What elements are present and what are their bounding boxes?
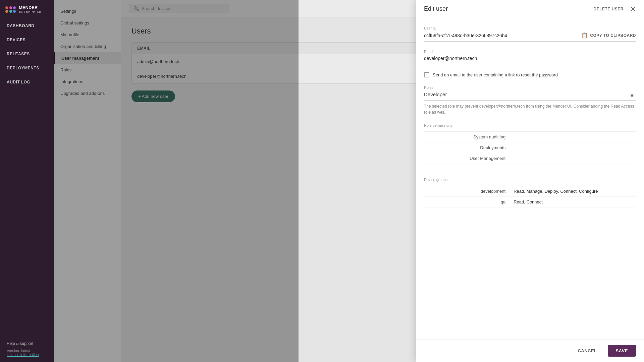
logo-area: MENDER ENTERPRISE	[0, 0, 54, 19]
nav-devices[interactable]: DEVICES	[0, 33, 54, 47]
role-permissions-group: Role permissions System audit log Deploy…	[424, 123, 636, 164]
user-id-label: User ID	[424, 26, 636, 30]
user-id-value-row: ccff59fa-cfc1-498d-b30e-3266897c26b4 📋 C…	[424, 32, 636, 42]
email-display: developer@northern.tech	[424, 56, 477, 61]
logo-title: MENDER	[19, 5, 42, 10]
divider	[424, 172, 636, 172]
device-group-development: development Read, Manage, Deploy, Connec…	[424, 186, 636, 197]
cancel-button[interactable]: CANCEL	[572, 345, 602, 357]
device-group-qa: qa Read, Connect	[424, 197, 636, 207]
edit-user-modal: Edit user DELETE USER ✕ User ID ccff59fa…	[416, 0, 644, 362]
save-button[interactable]: SAVE	[608, 345, 636, 357]
copy-icon: 📋	[581, 32, 588, 39]
modal-header-actions: DELETE USER ✕	[593, 6, 636, 12]
device-group-development-name: development	[424, 189, 514, 194]
logo-icon	[5, 6, 16, 13]
modal-header: Edit user DELETE USER ✕	[416, 0, 644, 18]
email-value: developer@northern.tech	[424, 56, 636, 64]
perm-value-system-audit	[514, 134, 636, 139]
perm-row-user-mgmt: User Management	[424, 153, 636, 164]
perm-name-system-audit: System audit log	[424, 134, 514, 139]
logo-subtitle: ENTERPRISE	[19, 10, 42, 13]
role-permissions-label: Role permissions	[424, 123, 636, 127]
user-id-value: ccff59fa-cfc1-498d-b30e-3266897c26b4	[424, 33, 507, 38]
roles-select-wrapper: Developer Admin Read Only ▼	[424, 92, 636, 101]
send-email-label: Send an email to the user containing a l…	[433, 72, 558, 77]
nav-audit-log[interactable]: AUDIT LOG	[0, 75, 54, 89]
role-hint: The selected role may prevent developer@…	[424, 103, 636, 115]
permissions-table: System audit log Deployments User Manage…	[424, 131, 636, 164]
modal-body: User ID ccff59fa-cfc1-498d-b30e-3266897c…	[416, 18, 644, 339]
nav-deployments[interactable]: DEPLOYMENTS	[0, 61, 54, 75]
perm-row-deployments: Deployments	[424, 142, 636, 153]
sidebar-bottom: Help & support Version: latest License i…	[0, 336, 54, 362]
user-id-field-group: User ID ccff59fa-cfc1-498d-b30e-3266897c…	[424, 26, 636, 42]
delete-user-button[interactable]: DELETE USER	[593, 7, 624, 11]
device-group-development-perms: Read, Manage, Deploy, Connect, Configure	[514, 189, 636, 194]
perm-row-system-audit: System audit log	[424, 132, 636, 142]
device-groups-table: development Read, Manage, Deploy, Connec…	[424, 186, 636, 207]
roles-select[interactable]: Developer Admin Read Only	[424, 92, 636, 97]
modal-footer: CANCEL SAVE	[416, 339, 644, 362]
perm-value-deployments	[514, 145, 636, 150]
send-email-checkbox[interactable]	[424, 72, 429, 77]
copy-to-clipboard-button[interactable]: 📋 COPY TO CLIPBOARD	[581, 32, 636, 39]
perm-name-deployments: Deployments	[424, 145, 514, 150]
perm-name-user-mgmt: User Management	[424, 156, 514, 161]
email-label: Email	[424, 50, 636, 54]
modal-overlay	[54, 0, 299, 362]
roles-field-group: Roles Developer Admin Read Only ▼ The se…	[424, 85, 636, 115]
sidebar: MENDER ENTERPRISE DASHBOARD DEVICES RELE…	[0, 0, 54, 362]
roles-label: Roles	[424, 85, 636, 89]
device-groups-label: Device groups	[424, 178, 636, 182]
help-support-link[interactable]: Help & support	[7, 341, 47, 346]
license-link[interactable]: License information	[7, 353, 47, 357]
copy-label: COPY TO CLIPBOARD	[590, 33, 636, 38]
nav-dashboard[interactable]: DASHBOARD	[0, 19, 54, 33]
modal-title: Edit user	[424, 5, 448, 12]
close-modal-button[interactable]: ✕	[630, 6, 636, 12]
device-group-qa-name: qa	[424, 199, 514, 204]
version-info: Version: latest	[7, 349, 47, 353]
device-group-qa-perms: Read, Connect	[514, 199, 636, 204]
nav-releases[interactable]: RELEASES	[0, 47, 54, 61]
perm-value-user-mgmt	[514, 156, 636, 161]
email-field-group: Email developer@northern.tech	[424, 50, 636, 64]
device-groups-group: Device groups development Read, Manage, …	[424, 178, 636, 207]
send-email-checkbox-row[interactable]: Send an email to the user containing a l…	[424, 72, 636, 77]
